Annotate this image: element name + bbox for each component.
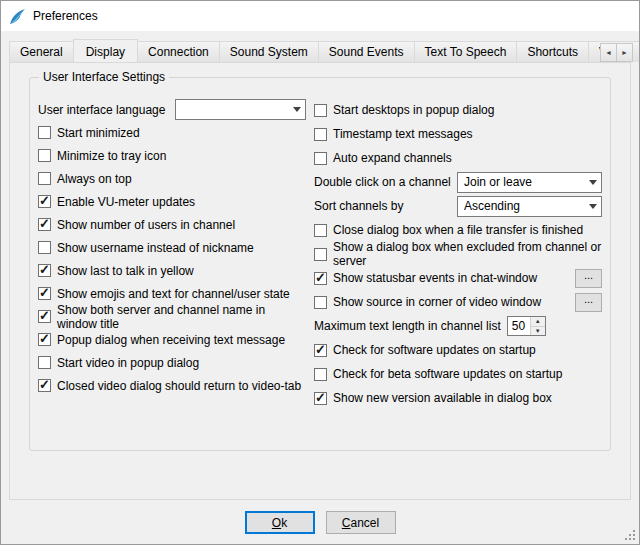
- checkbox-label: Popup dialog when receiving text message: [57, 333, 285, 347]
- checkbox[interactable]: [38, 218, 51, 231]
- chevron-down-icon: [589, 204, 597, 209]
- tab-text-to-speech[interactable]: Text To Speech: [414, 41, 518, 62]
- right-column: Start desktops in popup dialog Timestamp…: [306, 98, 602, 410]
- checkbox-row[interactable]: Enable VU-meter updates: [38, 190, 306, 213]
- checkbox[interactable]: [314, 272, 327, 285]
- max-text-length-row: Maximum text length in channel list 50 ▲…: [314, 314, 602, 338]
- group-title: User Interface Settings: [39, 70, 169, 84]
- checkbox-label: Start video in popup dialog: [57, 356, 199, 370]
- checkbox-row[interactable]: Show both server and channel name in win…: [38, 305, 306, 328]
- tab-shortcuts[interactable]: Shortcuts: [516, 41, 589, 62]
- chevron-down-icon: [293, 107, 301, 112]
- tab-connection[interactable]: Connection: [137, 41, 220, 62]
- double-click-dropdown[interactable]: Join or leave: [457, 172, 602, 193]
- statusbar-events-row: Show statusbar events in chat-window ...: [314, 266, 602, 290]
- checkbox-label: Auto expand channels: [333, 151, 452, 165]
- dialog-buttons: Ok Cancel: [1, 511, 639, 534]
- language-row: User interface language: [38, 98, 306, 121]
- checkbox[interactable]: [314, 392, 327, 405]
- checkbox-label: Timestamp text messages: [333, 127, 473, 141]
- tab-display[interactable]: Display: [73, 39, 138, 62]
- language-label: User interface language: [38, 103, 165, 117]
- checkbox-label: Show new version available in dialog box: [333, 391, 552, 405]
- language-dropdown[interactable]: [175, 99, 306, 120]
- checkbox-label: Closed video dialog should return to vid…: [57, 379, 301, 393]
- checkbox-row[interactable]: Show new version available in dialog box: [314, 386, 602, 410]
- checkbox[interactable]: [314, 296, 327, 309]
- checkbox[interactable]: [38, 287, 51, 300]
- chevron-down-icon: [589, 180, 597, 185]
- checkbox-label: Enable VU-meter updates: [57, 195, 195, 209]
- max-text-length-spinner[interactable]: 50 ▲ ▼: [507, 316, 546, 336]
- tab-general[interactable]: General: [9, 41, 74, 62]
- app-icon: [9, 8, 26, 25]
- checkbox-row[interactable]: Show username instead of nickname: [38, 236, 306, 259]
- preferences-window: Preferences General Display Connection S…: [0, 0, 640, 545]
- checkbox-row[interactable]: Start minimized: [38, 121, 306, 144]
- checkbox[interactable]: [314, 368, 327, 381]
- checkbox-row[interactable]: Check for beta software updates on start…: [314, 362, 602, 386]
- checkbox-label: Show emojis and text for channel/user st…: [57, 287, 290, 301]
- sort-channels-dropdown[interactable]: Ascending: [457, 196, 602, 217]
- checkbox-label: Show username instead of nickname: [57, 241, 254, 255]
- tab-bar: General Display Connection Sound System …: [1, 31, 639, 62]
- checkbox-row[interactable]: Show a dialog box when excluded from cha…: [314, 242, 602, 266]
- tab-sound-system[interactable]: Sound System: [219, 41, 319, 62]
- checkbox-row[interactable]: Auto expand channels: [314, 146, 602, 170]
- tab-scroll-left-icon[interactable]: ◄: [600, 43, 617, 62]
- checkbox-row[interactable]: Start desktops in popup dialog: [314, 98, 602, 122]
- checkbox[interactable]: [38, 333, 51, 346]
- ok-button[interactable]: Ok: [245, 511, 315, 534]
- video-source-row: Show source in corner of video window ..…: [314, 290, 602, 314]
- tab-scroll-right-icon[interactable]: ►: [616, 43, 633, 62]
- user-interface-settings-group: User Interface Settings User interface l…: [29, 77, 611, 451]
- resize-grip[interactable]: [624, 529, 636, 541]
- checkbox-label: Check for beta software updates on start…: [333, 367, 562, 381]
- checkbox-row[interactable]: Start video in popup dialog: [38, 351, 306, 374]
- checkbox-label: Always on top: [57, 172, 132, 186]
- checkbox[interactable]: [314, 344, 327, 357]
- video-source-more-button[interactable]: ...: [575, 293, 602, 312]
- checkbox-label: Show a dialog box when excluded from cha…: [333, 240, 602, 268]
- checkbox[interactable]: [314, 128, 327, 141]
- checkbox[interactable]: [314, 224, 327, 237]
- checkbox[interactable]: [38, 126, 51, 139]
- checkbox-label: Show last to talk in yellow: [57, 264, 194, 278]
- checkbox-row[interactable]: Check for software updates on startup: [314, 338, 602, 362]
- tab-sound-events[interactable]: Sound Events: [318, 41, 415, 62]
- checkbox-row[interactable]: Minimize to tray icon: [38, 144, 306, 167]
- checkbox[interactable]: [38, 149, 51, 162]
- checkbox[interactable]: [314, 248, 327, 261]
- checkbox-label: Show number of users in channel: [57, 218, 235, 232]
- checkbox-row[interactable]: Show number of users in channel: [38, 213, 306, 236]
- spinner-up-icon[interactable]: ▲: [531, 317, 545, 326]
- statusbar-events-more-button[interactable]: ...: [575, 269, 602, 288]
- checkbox[interactable]: [38, 172, 51, 185]
- checkbox[interactable]: [314, 104, 327, 117]
- sort-channels-label: Sort channels by: [314, 199, 403, 213]
- spinner-arrows[interactable]: ▲ ▼: [530, 317, 545, 335]
- checkbox-row[interactable]: Show last to talk in yellow: [38, 259, 306, 282]
- checkbox[interactable]: [38, 241, 51, 254]
- sort-channels-value: Ascending: [464, 199, 583, 213]
- double-click-row: Double click on a channel Join or leave: [314, 170, 602, 194]
- spinner-down-icon[interactable]: ▼: [531, 326, 545, 336]
- checkbox[interactable]: [38, 310, 51, 323]
- checkbox[interactable]: [38, 264, 51, 277]
- ok-button-label: Ok: [247, 516, 313, 530]
- checkbox-row[interactable]: Close dialog box when a file transfer is…: [314, 218, 602, 242]
- cancel-button[interactable]: Cancel: [326, 511, 396, 534]
- checkbox-row[interactable]: Popup dialog when receiving text message: [38, 328, 306, 351]
- checkbox[interactable]: [38, 356, 51, 369]
- checkbox[interactable]: [38, 195, 51, 208]
- checkbox-row[interactable]: Timestamp text messages: [314, 122, 602, 146]
- checkbox-label: Check for software updates on startup: [333, 343, 536, 357]
- checkbox-label: Show statusbar events in chat-window: [333, 271, 537, 285]
- cancel-button-label: Cancel: [327, 516, 395, 530]
- checkbox-row[interactable]: Always on top: [38, 167, 306, 190]
- checkbox[interactable]: [38, 379, 51, 392]
- checkbox[interactable]: [314, 152, 327, 165]
- left-column: User interface language Start minimized …: [38, 98, 306, 410]
- checkbox-row[interactable]: Closed video dialog should return to vid…: [38, 374, 306, 397]
- max-text-length-value: 50: [508, 317, 530, 335]
